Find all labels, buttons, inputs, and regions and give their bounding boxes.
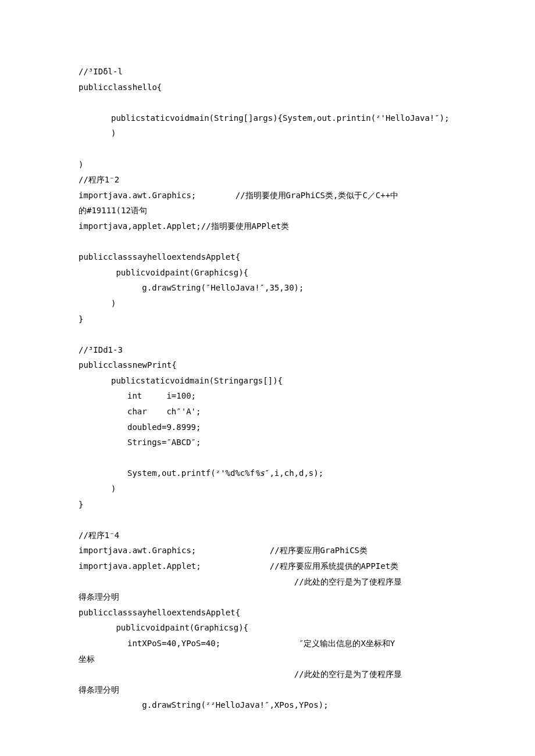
code-line-31: importjava.awt.Graphics; //程序要应用GraPhiCS… [79,543,456,558]
code-listing: //³IDδl-lpublicclasshello{ publicstaticv… [79,64,456,713]
code-line-35: publicclasssayhelloextendsApplet{ [79,605,456,621]
format-specifier: %s [255,468,265,478]
code-line-2 [79,95,456,110]
code-line-13: publicvoidpaint(Graphicsg){ [79,265,456,281]
code-line-32: importjava.applet.Applet; //程序要应用系统提供的AP… [79,558,456,574]
code-line-18: //³IDd1-3 [79,342,456,358]
code-line-8: importjava.awt.Graphics; //指明要使用GraPhiCS… [79,188,456,203]
code-line-3: publicstaticvoidmain(String[]args){Syste… [79,110,456,126]
code-line-21: int i=100; [79,388,456,404]
code-line-36: publicvoidpaint(Graphicsg){ [79,620,456,636]
code-line-40: 得条理分明 [79,682,456,698]
code-line-34: 得条理分明 [79,589,456,605]
code-line-20: publicstaticvoidmain(Stringargs[]){ [79,373,456,389]
code-line-19: publicclassnewPrint{ [79,357,456,373]
code-line-14: g.drawString(″HelloJava!″,35,30); [79,280,456,296]
code-line-26: System,out.printf(ᶻ'%d%c%f%s″,i,ch,d,s); [79,465,456,481]
code-line-5 [79,141,456,157]
code-line-24: Strings=″ABCD″; [79,435,456,450]
code-line-11 [79,234,456,250]
code-line-41: g.drawString(ᶻᶻHelloJava!″,XPos,YPos); [79,697,456,713]
code-line-16: } [79,311,456,327]
code-line-1: publicclasshello{ [79,80,456,95]
code-line-6: ) [79,157,456,173]
code-line-22: char ch″'A'; [79,404,456,420]
code-line-10: importjava,applet.Applet;//指明要使用APPlet类 [79,218,456,234]
code-line-29 [79,512,456,528]
code-line-39: //此处的空行是为了使程序显 [79,667,456,682]
code-line-38: 坐标 [79,651,456,667]
code-line-33: //此处的空行是为了使程序显 [79,574,456,590]
code-line-37: intXPoS=40,YPoS=40; ″定义输出信息的X坐标和Y [79,636,456,651]
code-line-17 [79,327,456,342]
code-line-4: ) [79,126,456,141]
code-line-9: 的#19111(12语句 [79,203,456,218]
code-line-27: ) [79,481,456,497]
code-line-30: //程序1⁻4 [79,528,456,543]
code-line-7: //程序1⁻2 [79,172,456,188]
code-line-12: publicclasssayhelloextendsApplet{ [79,249,456,265]
code-line-23: doubled=9.8999; [79,420,456,435]
document-page: //³IDδl-lpublicclasshello{ publicstaticv… [0,0,535,756]
code-line-25 [79,450,456,466]
code-line-28: } [79,497,456,513]
code-line-0: //³IDδl-l [79,64,456,80]
code-line-15: ) [79,296,456,311]
